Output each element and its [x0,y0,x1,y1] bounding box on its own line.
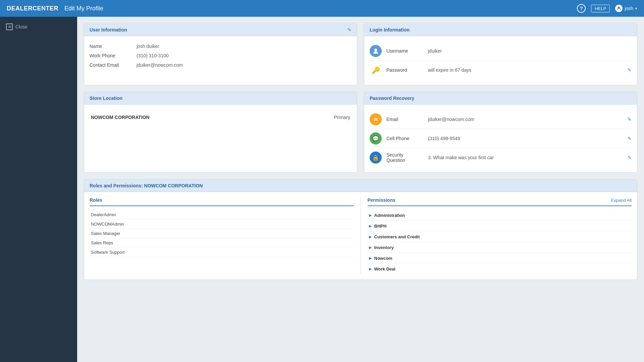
recovery-security-label: Security Question [386,152,423,163]
key-icon: 🔑 [370,64,382,76]
permission-nowcom-label: Nowcom [374,256,392,261]
sidebar: ✕ Close [0,17,77,362]
recovery-email-value: jduiker@nowcom.com [428,117,623,122]
permission-arrow-icon-3: ▶ [369,235,372,239]
close-x-icon: ✕ [8,25,11,29]
permission-inventory[interactable]: ▶ Inventory [368,242,632,253]
name-label: Name [90,44,137,49]
permission-arrow-icon-6: ▶ [369,267,372,271]
layout: ✕ Close User Information ✎ Name josh dui… [0,17,644,362]
permission-arrow-icon-5: ▶ [369,256,372,260]
work-phone-label: Work Phone [90,53,137,58]
permission-bhph[interactable]: ▶ BHPH [368,221,632,232]
login-info-card: Login Information Username jduiker [364,23,637,85]
recovery-security-row: 🔒 Security Question 3. What make was you… [370,148,632,167]
roles-column-title: Roles [90,197,354,206]
top-cards-row: User Information ✎ Name josh duiker Work… [84,23,637,85]
close-label: Close [15,24,28,29]
recovery-cell-value: (310) 498-9549 [428,136,623,141]
user-avatar-icon [615,5,623,12]
permission-bhph-label: BHPH [374,224,387,229]
permission-arrow-icon: ▶ [369,213,372,218]
store-name-value: NOWCOM CORPORATION [91,115,150,120]
help-button[interactable]: HELP [591,5,610,12]
sms-icon: 💬 [370,132,382,144]
permissions-column: Permissions Expand All ▶ Administration … [361,197,632,274]
role-item-sales-reps: Sales Reps [90,238,354,248]
logo: DEALERCENTER [7,5,58,12]
user-info-card: User Information ✎ Name josh duiker Work… [84,23,357,85]
header-title: Edit My Profile [64,5,103,12]
role-item-software-support: Software Support [90,248,354,257]
work-phone-value: (310) 310-3100 [137,53,352,58]
permission-arrow-icon-2: ▶ [369,224,372,228]
email-icon: ✉ [370,113,382,125]
permissions-header-row: Permissions Expand All [368,197,632,206]
roles-permissions-body: Roles DealerAdmin NOWCOMAdmin Sales Mana… [84,192,637,280]
contact-email-row: Contact Email jduiker@nowcom.com [90,60,352,70]
permission-customers-label: Customers and Credit [374,234,420,239]
password-value: will expire in 67 days [428,67,623,73]
username-label: Username [386,48,423,54]
role-item-nowcomadmin: NOWCOMAdmin [90,220,354,229]
user-menu[interactable]: josh ▾ [615,5,637,12]
help-circle-button[interactable]: ? [577,4,586,13]
close-button[interactable]: ✕ Close [0,20,77,34]
password-recovery-title: Password Recovery [370,96,414,101]
permission-administration[interactable]: ▶ Administration [368,210,632,221]
header-left: DEALERCENTER Edit My Profile [7,5,103,12]
recovery-cell-edit-icon[interactable]: ✎ [628,136,632,141]
lock-icon: 🔒 [370,152,382,164]
password-edit-icon[interactable]: ✎ [628,67,632,73]
store-location-header: Store Location [84,92,357,105]
header: DEALERCENTER Edit My Profile ? HELP josh… [0,0,644,17]
roles-permissions-card: Roles and Permissions: NOWCOM CORPORATIO… [84,179,637,280]
permission-inventory-label: Inventory [374,245,394,250]
permission-work-deal[interactable]: ▶ Work Deal [368,264,632,274]
username-value: jduiker [428,48,632,54]
role-item-dealeradmin: DealerAdmin [90,210,354,220]
recovery-cell-row: 💬 Cell Phone (310) 498-9549 ✎ [370,129,632,148]
user-info-header: User Information ✎ [84,24,357,36]
user-icon [370,45,382,57]
store-name-row: NOWCOM CORPORATION Primary [90,110,352,125]
store-location-body: NOWCOM CORPORATION Primary [84,105,357,130]
roles-list: DealerAdmin NOWCOMAdmin Sales Manager Sa… [90,210,354,257]
expand-all-button[interactable]: Expand All [611,198,632,203]
recovery-security-edit-icon[interactable]: ✎ [628,155,632,160]
store-primary-label: Primary [334,115,350,120]
login-info-body: Username jduiker 🔑 Password will expire … [364,36,637,85]
password-recovery-header: Password Recovery [364,92,637,105]
recovery-cell-label: Cell Phone [386,136,423,141]
user-chevron-icon: ▾ [635,6,637,11]
login-info-title: Login Information [370,27,410,33]
role-item-sales-manager: Sales Manager [90,229,354,238]
password-recovery-body: ✉ Email jduiker@nowcom.com ✎ 💬 Cell Phon… [364,105,637,172]
contact-email-label: Contact Email [90,62,137,68]
permission-arrow-icon-4: ▶ [369,245,372,250]
recovery-email-edit-icon[interactable]: ✎ [628,117,632,122]
roles-permissions-title: Roles and Permissions: NOWCOM CORPORATIO… [90,183,203,188]
svg-point-1 [374,49,377,51]
header-right: ? HELP josh ▾ [577,4,637,13]
permission-nowcom[interactable]: ▶ Nowcom [368,253,632,264]
permissions-column-title: Permissions [368,197,395,203]
user-info-edit-icon[interactable]: ✎ [347,27,352,33]
permission-work-deal-label: Work Deal [374,266,395,272]
recovery-email-row: ✉ Email jduiker@nowcom.com ✎ [370,110,632,129]
user-info-title: User Information [90,27,127,33]
password-row: 🔑 Password will expire in 67 days ✎ [370,61,632,79]
permission-customers-credit[interactable]: ▶ Customers and Credit [368,232,632,242]
name-value: josh duiker [137,44,352,49]
close-box-icon: ✕ [6,23,13,30]
username-row: Username jduiker [370,42,632,61]
user-info-body: Name josh duiker Work Phone (310) 310-31… [84,36,357,75]
store-location-title: Store Location [90,96,122,101]
recovery-email-label: Email [386,117,423,122]
work-phone-row: Work Phone (310) 310-3100 [90,51,352,60]
recovery-security-value: 3. What make was your first car [428,155,623,160]
user-name-label: josh [625,6,633,11]
contact-email-value: jduiker@nowcom.com [137,62,352,68]
permissions-list: ▶ Administration ▶ BHPH ▶ Customers and … [368,210,632,274]
password-label: Password [386,67,423,73]
